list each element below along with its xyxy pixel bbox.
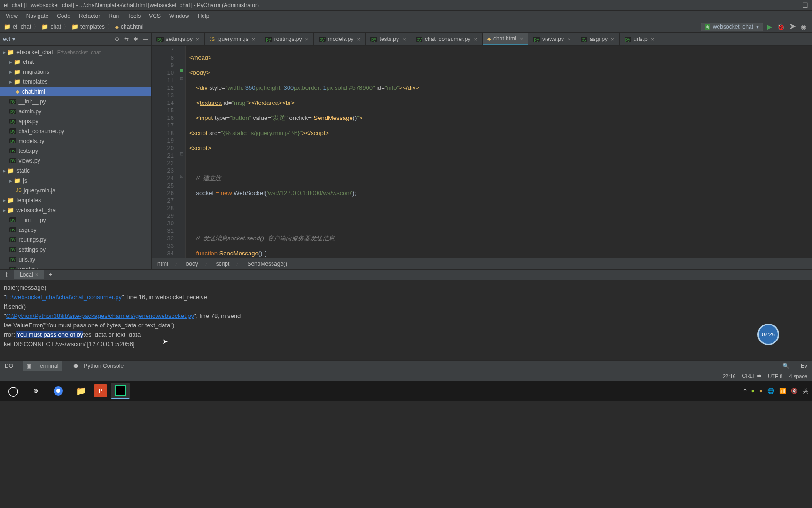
close-icon[interactable]: × <box>567 36 571 43</box>
hide-icon[interactable]: — <box>143 36 148 42</box>
tab-settings-py[interactable]: pysettings.py× <box>152 33 205 45</box>
run-config-selector[interactable]: dj websocket_chat ▾ <box>701 23 763 31</box>
menu-help[interactable]: Help <box>194 12 213 20</box>
volume-icon[interactable]: 🔇 <box>791 388 798 394</box>
close-icon[interactable]: × <box>611 36 615 43</box>
tree-item-tests-py[interactable]: pytests.py <box>0 146 151 156</box>
tray-app-icon[interactable]: ● <box>751 388 755 394</box>
event-log-button[interactable]: Ev <box>799 362 809 370</box>
tab-tests-py[interactable]: pytests.py× <box>366 33 411 45</box>
cursor-position[interactable]: 22:16 <box>723 373 736 379</box>
tree-item-__init__-py[interactable]: py__init__.py <box>0 96 151 106</box>
project-tree[interactable]: ▸ 📁ebsocket_chatE:\websocket_chat▸ 📁chat… <box>0 46 151 269</box>
tree-item-chat_consumer-py[interactable]: pychat_consumer.py <box>0 126 151 136</box>
terminal-output[interactable]: ndler(message) "E:\websocket_chat\chat\c… <box>0 280 812 360</box>
menu-code[interactable]: Code <box>53 12 74 20</box>
crumb-body[interactable]: body <box>184 260 200 268</box>
collapse-icon[interactable]: ⇆ <box>124 36 129 42</box>
tree-item-wsgi-py[interactable]: pywsgi.py <box>0 264 151 269</box>
menu-vcs[interactable]: VCS <box>145 12 164 20</box>
menu-tools[interactable]: Tools <box>124 12 144 20</box>
tab-models-py[interactable]: pymodels.py× <box>314 33 366 45</box>
close-icon[interactable]: × <box>357 36 360 43</box>
tree-item-chat-html[interactable]: ◆chat.html <box>0 87 151 96</box>
fold-end-icon[interactable]: ⊡ <box>180 174 184 179</box>
close-icon[interactable]: × <box>252 36 256 43</box>
close-icon[interactable]: × <box>520 35 523 42</box>
breadcrumb-project[interactable]: 📁et_chat <box>2 23 33 31</box>
fold-icon[interactable]: ⊟ <box>180 151 184 156</box>
tree-item-apps-py[interactable]: pyapps.py <box>0 116 151 126</box>
indent-settings[interactable]: 4 space <box>789 373 807 379</box>
line-separator[interactable]: CRLF ≑ <box>742 373 762 379</box>
close-icon[interactable]: × <box>474 36 477 43</box>
tab-routings-py[interactable]: pyroutings.py× <box>260 33 314 45</box>
breadcrumb-file[interactable]: ◆chat.html <box>113 23 146 31</box>
close-icon[interactable]: × <box>35 271 39 278</box>
menu-navigate[interactable]: Navigate <box>23 12 52 20</box>
tree-item-templates[interactable]: ▸ 📁templates <box>0 77 151 87</box>
file-encoding[interactable]: UTF-8 <box>768 373 782 379</box>
tab-jquery-min-js[interactable]: JSjquery.min.js× <box>205 33 261 45</box>
profile-icon[interactable]: ◉ <box>801 23 806 31</box>
tray-expand-icon[interactable]: ^ <box>744 388 747 394</box>
tree-item-websocket_chat[interactable]: ▸ 📁websocket_chat <box>0 205 151 215</box>
tree-item-chat[interactable]: ▸ 📁chat <box>0 57 151 67</box>
code-area[interactable]: </head> <body> <div style="width: 350px;… <box>186 46 812 258</box>
run-with-coverage-icon[interactable]: ⮞ <box>789 23 796 31</box>
tree-item-ebsocket_chat[interactable]: ▸ 📁ebsocket_chatE:\websocket_chat <box>0 47 151 57</box>
wifi-icon[interactable]: 📶 <box>779 388 786 394</box>
debug-icon[interactable]: 🐞 <box>777 23 785 31</box>
todo-tool-button[interactable]: DO <box>3 362 15 370</box>
close-icon[interactable]: × <box>651 36 655 43</box>
tree-item-models-py[interactable]: pymodels.py <box>0 136 151 146</box>
tab-views-py[interactable]: pyviews.py× <box>528 33 576 45</box>
crumb-function[interactable]: SendMessage() <box>245 260 289 268</box>
new-terminal-button[interactable]: + <box>44 270 57 279</box>
tree-item-settings-py[interactable]: pysettings.py <box>0 245 151 254</box>
tree-item-routings-py[interactable]: pyroutings.py <box>0 235 151 245</box>
tree-item-__init__-py[interactable]: py__init__.py <box>0 215 151 225</box>
project-view-dropdown[interactable]: ect ▾ <box>3 36 15 42</box>
powerpoint-icon[interactable]: P <box>94 384 107 397</box>
tree-item-migrations[interactable]: ▸ 📁migrations <box>0 67 151 77</box>
tab-asgi-py[interactable]: pyasgi.py× <box>576 33 620 45</box>
tree-item-urls-py[interactable]: pyurls.py <box>0 254 151 264</box>
crumb-script[interactable]: script <box>214 260 232 268</box>
close-icon[interactable]: × <box>402 36 406 43</box>
python-console-tool-button[interactable]: ⬢Python Console <box>70 361 127 371</box>
file-link[interactable]: C:\Python\Python38\lib\site-packages\cha… <box>6 312 194 319</box>
file-link[interactable]: E:\websocket_chat\chat\chat_consumer.py <box>6 294 122 301</box>
crumb-html[interactable]: html <box>156 260 170 268</box>
run-icon[interactable]: ▶ <box>767 23 772 31</box>
tab-chat_consumer-py[interactable]: pychat_consumer.py× <box>411 33 483 45</box>
code-editor[interactable]: 7891011121314151617181920212223242526272… <box>152 46 812 258</box>
tree-item-asgi-py[interactable]: pyasgi.py <box>0 225 151 235</box>
menu-refactor[interactable]: Refactor <box>75 12 104 20</box>
tree-item-js[interactable]: ▸ 📁js <box>0 175 151 185</box>
tree-item-views-py[interactable]: pyviews.py <box>0 156 151 166</box>
tray-app-icon[interactable]: ● <box>759 388 763 394</box>
tree-item-admin-py[interactable]: pyadmin.py <box>0 106 151 116</box>
tree-item-jquery-min-js[interactable]: JSjquery.min.js <box>0 185 151 195</box>
menu-view[interactable]: View <box>2 12 22 20</box>
network-icon[interactable]: 🌐 <box>767 388 774 394</box>
breadcrumb-folder[interactable]: 📁chat <box>39 23 63 31</box>
breadcrumb-folder[interactable]: 📁templates <box>70 23 107 31</box>
locate-icon[interactable]: ⊙ <box>115 36 119 42</box>
menu-run[interactable]: Run <box>105 12 123 20</box>
tree-item-static[interactable]: ▸ 📁static <box>0 166 151 175</box>
minimize-icon[interactable]: — <box>787 1 794 9</box>
terminal-label[interactable]: l: <box>0 270 14 279</box>
tab-chat-html[interactable]: ◆chat.html× <box>483 33 528 45</box>
close-icon[interactable]: × <box>305 36 309 43</box>
fold-icon[interactable]: ⊟ <box>180 76 184 81</box>
search-icon[interactable]: 🔍 <box>781 362 791 370</box>
terminal-tool-button[interactable]: ▣Terminal <box>23 361 62 371</box>
start-button[interactable]: ◯ <box>4 383 23 399</box>
close-icon[interactable]: × <box>196 36 200 43</box>
pycharm-icon[interactable] <box>111 383 130 399</box>
chrome-icon[interactable] <box>49 383 68 399</box>
obs-icon[interactable]: ⊛ <box>26 383 45 399</box>
menu-window[interactable]: Window <box>165 12 193 20</box>
